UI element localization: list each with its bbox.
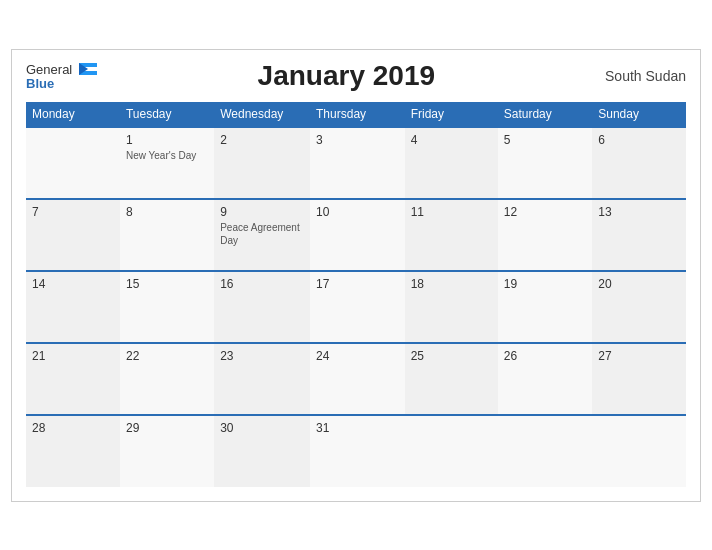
day-number: 26 bbox=[504, 349, 586, 363]
calendar-cell: 7 bbox=[26, 199, 120, 271]
calendar-cell: 29 bbox=[120, 415, 214, 487]
calendar-header: General Blue January 2019 South Sudan bbox=[26, 60, 686, 92]
weekday-header: Wednesday bbox=[214, 102, 310, 127]
calendar-cell: 4 bbox=[405, 127, 498, 199]
weekday-header: Thursday bbox=[310, 102, 405, 127]
logo-blue-text: Blue bbox=[26, 77, 97, 90]
day-number: 15 bbox=[126, 277, 208, 291]
calendar-cell: 24 bbox=[310, 343, 405, 415]
calendar: General Blue January 2019 South Sudan Mo… bbox=[11, 49, 701, 502]
logo-flag-icon bbox=[79, 63, 97, 75]
calendar-weekdays: MondayTuesdayWednesdayThursdayFridaySatu… bbox=[26, 102, 686, 127]
calendar-cell: 31 bbox=[310, 415, 405, 487]
calendar-cell bbox=[592, 415, 686, 487]
day-number: 16 bbox=[220, 277, 304, 291]
calendar-title: January 2019 bbox=[97, 60, 596, 92]
calendar-cell: 19 bbox=[498, 271, 592, 343]
calendar-cell: 9Peace Agreement Day bbox=[214, 199, 310, 271]
calendar-cell: 17 bbox=[310, 271, 405, 343]
day-number: 3 bbox=[316, 133, 399, 147]
calendar-cell: 26 bbox=[498, 343, 592, 415]
calendar-cell: 5 bbox=[498, 127, 592, 199]
calendar-cell: 20 bbox=[592, 271, 686, 343]
day-number: 7 bbox=[32, 205, 114, 219]
day-number: 19 bbox=[504, 277, 586, 291]
day-number: 27 bbox=[598, 349, 680, 363]
day-number: 25 bbox=[411, 349, 492, 363]
calendar-cell: 3 bbox=[310, 127, 405, 199]
calendar-week-row: 14151617181920 bbox=[26, 271, 686, 343]
calendar-cell: 28 bbox=[26, 415, 120, 487]
day-number: 17 bbox=[316, 277, 399, 291]
day-number: 23 bbox=[220, 349, 304, 363]
day-number: 29 bbox=[126, 421, 208, 435]
calendar-week-row: 1New Year's Day23456 bbox=[26, 127, 686, 199]
day-number: 6 bbox=[598, 133, 680, 147]
calendar-cell: 10 bbox=[310, 199, 405, 271]
holiday-name: Peace Agreement Day bbox=[220, 221, 304, 247]
day-number: 22 bbox=[126, 349, 208, 363]
day-number: 1 bbox=[126, 133, 208, 147]
calendar-cell: 13 bbox=[592, 199, 686, 271]
calendar-cell bbox=[405, 415, 498, 487]
calendar-cell: 30 bbox=[214, 415, 310, 487]
calendar-week-row: 21222324252627 bbox=[26, 343, 686, 415]
day-number: 5 bbox=[504, 133, 586, 147]
calendar-cell: 27 bbox=[592, 343, 686, 415]
weekday-header: Saturday bbox=[498, 102, 592, 127]
day-number: 11 bbox=[411, 205, 492, 219]
day-number: 12 bbox=[504, 205, 586, 219]
calendar-cell: 8 bbox=[120, 199, 214, 271]
logo-general: General bbox=[26, 61, 97, 77]
calendar-cell: 18 bbox=[405, 271, 498, 343]
calendar-body: 1New Year's Day23456789Peace Agreement D… bbox=[26, 127, 686, 487]
day-number: 24 bbox=[316, 349, 399, 363]
day-number: 9 bbox=[220, 205, 304, 219]
calendar-cell: 21 bbox=[26, 343, 120, 415]
calendar-country: South Sudan bbox=[596, 68, 686, 84]
calendar-cell: 6 bbox=[592, 127, 686, 199]
calendar-cell: 15 bbox=[120, 271, 214, 343]
calendar-week-row: 28293031 bbox=[26, 415, 686, 487]
day-number: 28 bbox=[32, 421, 114, 435]
calendar-cell: 2 bbox=[214, 127, 310, 199]
day-number: 18 bbox=[411, 277, 492, 291]
holiday-name: New Year's Day bbox=[126, 149, 208, 162]
day-number: 13 bbox=[598, 205, 680, 219]
day-number: 8 bbox=[126, 205, 208, 219]
day-number: 10 bbox=[316, 205, 399, 219]
calendar-cell: 12 bbox=[498, 199, 592, 271]
calendar-cell: 1New Year's Day bbox=[120, 127, 214, 199]
logo-general-text: General bbox=[26, 62, 72, 77]
weekday-header: Friday bbox=[405, 102, 498, 127]
calendar-table: MondayTuesdayWednesdayThursdayFridaySatu… bbox=[26, 102, 686, 487]
weekday-row: MondayTuesdayWednesdayThursdayFridaySatu… bbox=[26, 102, 686, 127]
day-number: 20 bbox=[598, 277, 680, 291]
calendar-cell: 11 bbox=[405, 199, 498, 271]
calendar-cell bbox=[26, 127, 120, 199]
day-number: 31 bbox=[316, 421, 399, 435]
day-number: 30 bbox=[220, 421, 304, 435]
day-number: 21 bbox=[32, 349, 114, 363]
day-number: 14 bbox=[32, 277, 114, 291]
logo: General Blue bbox=[26, 61, 97, 90]
weekday-header: Monday bbox=[26, 102, 120, 127]
calendar-cell bbox=[498, 415, 592, 487]
calendar-cell: 22 bbox=[120, 343, 214, 415]
day-number: 2 bbox=[220, 133, 304, 147]
calendar-cell: 25 bbox=[405, 343, 498, 415]
calendar-week-row: 789Peace Agreement Day10111213 bbox=[26, 199, 686, 271]
weekday-header: Sunday bbox=[592, 102, 686, 127]
calendar-cell: 14 bbox=[26, 271, 120, 343]
calendar-cell: 16 bbox=[214, 271, 310, 343]
day-number: 4 bbox=[411, 133, 492, 147]
calendar-cell: 23 bbox=[214, 343, 310, 415]
weekday-header: Tuesday bbox=[120, 102, 214, 127]
